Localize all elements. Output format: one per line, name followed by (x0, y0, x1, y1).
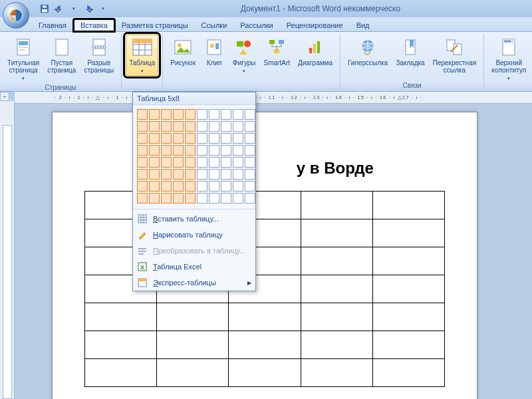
menu-excel-table[interactable]: XТаблица Excel (133, 259, 255, 275)
grid-cell[interactable] (137, 133, 148, 144)
table-cell[interactable] (229, 303, 301, 331)
grid-cell[interactable] (221, 157, 231, 168)
menu-quick-tables[interactable]: Экспресс-таблицы▶ (133, 275, 255, 291)
save-icon[interactable] (39, 3, 51, 15)
table-cell[interactable] (229, 359, 301, 387)
grid-cell[interactable] (149, 109, 160, 120)
tab-разметка страницы[interactable]: Разметка страницы (115, 19, 195, 31)
grid-cell[interactable] (245, 145, 255, 156)
grid-cell[interactable] (161, 109, 172, 120)
grid-cell[interactable] (161, 181, 172, 192)
grid-cell[interactable] (185, 145, 196, 156)
grid-cell[interactable] (173, 145, 184, 156)
grid-cell[interactable] (185, 181, 196, 192)
table-cell[interactable] (372, 192, 444, 219)
grid-cell[interactable] (209, 181, 219, 192)
table-cell[interactable] (372, 331, 444, 359)
table-cell[interactable] (301, 247, 372, 275)
grid-cell[interactable] (233, 157, 243, 168)
table-cell[interactable] (85, 303, 157, 331)
grid-cell[interactable] (137, 145, 148, 156)
grid-cell[interactable] (209, 157, 219, 168)
hyperlink-button[interactable]: Гиперссылка (344, 35, 391, 68)
cover-page-button[interactable]: Титульнаястраница▾ (4, 35, 43, 83)
table-cell[interactable] (85, 359, 157, 387)
grid-cell[interactable] (245, 121, 255, 132)
table-cell[interactable] (157, 303, 229, 331)
horizontal-ruler[interactable]: · 2 · ı · 1 · ı · △ · ı · 1 · ı · 2 · ı … (15, 92, 532, 104)
table-cell[interactable] (157, 359, 229, 387)
picture-button[interactable]: Рисунок (167, 35, 199, 68)
grid-cell[interactable] (209, 193, 219, 203)
tab-ссылки[interactable]: Ссылки (195, 19, 234, 31)
undo-icon[interactable] (53, 3, 65, 15)
grid-cell[interactable] (233, 133, 243, 144)
grid-cell[interactable] (137, 157, 148, 168)
grid-cell[interactable] (185, 157, 196, 168)
grid-cell[interactable] (149, 169, 160, 180)
grid-cell[interactable] (185, 193, 196, 203)
grid-cell[interactable] (137, 181, 148, 192)
grid-cell[interactable] (197, 145, 207, 156)
grid-cell[interactable] (185, 109, 196, 120)
table-button[interactable]: Таблица▾ (126, 35, 158, 76)
grid-cell[interactable] (197, 193, 207, 203)
blank-page-button[interactable]: Пустаястраница (44, 35, 79, 76)
grid-cell[interactable] (197, 133, 207, 144)
table-cell[interactable] (301, 219, 372, 247)
grid-cell[interactable] (137, 121, 148, 132)
grid-cell[interactable] (209, 133, 219, 144)
grid-cell[interactable] (173, 193, 184, 203)
table-cell[interactable] (372, 359, 444, 387)
undo-dropdown-icon[interactable]: ▾ (68, 3, 80, 15)
grid-cell[interactable] (173, 133, 184, 144)
tab-вставка[interactable]: Вставка (73, 19, 115, 32)
grid-cell[interactable] (149, 181, 160, 192)
tab-рассылки[interactable]: Рассылки (233, 19, 279, 31)
qat-customize-icon[interactable]: ▾ (97, 3, 109, 15)
grid-cell[interactable] (149, 193, 160, 203)
redo-icon[interactable] (82, 3, 94, 15)
grid-cell[interactable] (221, 109, 231, 120)
grid-cell[interactable] (173, 181, 184, 192)
table-cell[interactable] (157, 331, 229, 359)
grid-cell[interactable] (149, 133, 160, 144)
grid-cell[interactable] (209, 145, 219, 156)
grid-cell[interactable] (161, 145, 172, 156)
menu-insert-table[interactable]: Вставить таблицу... (133, 211, 255, 227)
grid-cell[interactable] (197, 121, 207, 132)
shapes-button[interactable]: Фигуры▾ (229, 35, 259, 76)
grid-cell[interactable] (137, 193, 148, 203)
grid-cell[interactable] (209, 121, 219, 132)
document-page[interactable]: Ка у в Ворде (52, 112, 477, 399)
grid-cell[interactable] (173, 169, 184, 180)
table-cell[interactable] (372, 275, 444, 303)
table-cell[interactable] (301, 303, 372, 331)
grid-cell[interactable] (185, 121, 196, 132)
table-cell[interactable] (301, 275, 372, 303)
tab-вид[interactable]: Вид (350, 19, 376, 31)
table-cell[interactable] (301, 359, 372, 387)
grid-cell[interactable] (233, 181, 243, 192)
grid-cell[interactable] (173, 121, 184, 132)
grid-cell[interactable] (197, 157, 207, 168)
grid-cell[interactable] (245, 169, 255, 180)
table-cell[interactable] (372, 303, 444, 331)
tab-главная[interactable]: Главная (32, 19, 73, 31)
office-button[interactable] (3, 2, 29, 29)
grid-cell[interactable] (161, 193, 172, 203)
grid-cell[interactable] (149, 157, 160, 168)
grid-cell[interactable] (149, 121, 160, 132)
table-cell[interactable] (85, 331, 157, 359)
crossref-button[interactable]: Перекрестнаяссылка (430, 35, 479, 76)
grid-cell[interactable] (221, 193, 231, 203)
grid-cell[interactable] (245, 157, 255, 168)
chart-button[interactable]: Диаграмма (295, 35, 336, 68)
grid-cell[interactable] (185, 133, 196, 144)
grid-cell[interactable] (149, 145, 160, 156)
table-cell[interactable] (372, 247, 444, 275)
header-button[interactable]: Верхнийколонтитул▾ (488, 35, 529, 83)
tab-рецензирование[interactable]: Рецензирование (280, 19, 350, 31)
vertical-ruler[interactable] (0, 101, 15, 399)
grid-cell[interactable] (173, 109, 184, 120)
